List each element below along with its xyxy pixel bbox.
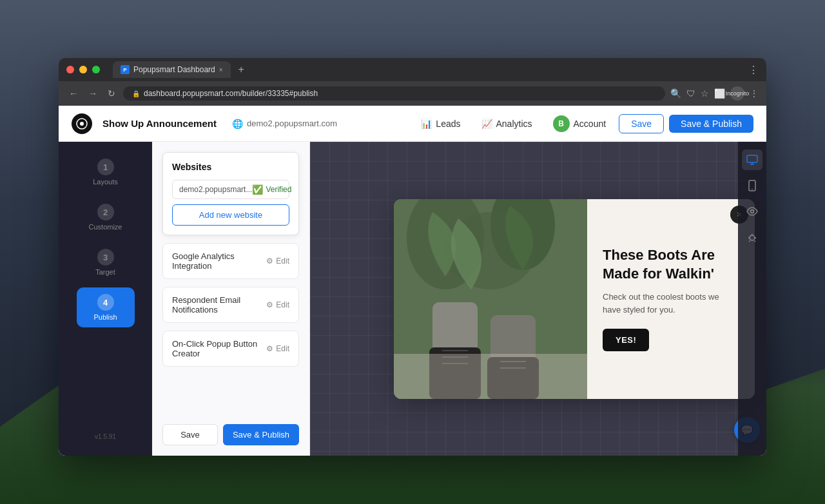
integration-label-onclick: On-Click Popup Button Creator xyxy=(172,339,266,358)
onclick-edit-button[interactable]: ⚙ Edit xyxy=(266,344,289,353)
website-name: demo2.popupsmart... xyxy=(179,185,252,194)
publish-panel-footer: Save Save & Publish xyxy=(162,419,299,445)
tab-favicon: P xyxy=(121,65,130,74)
sidebar-label-target: Target xyxy=(95,268,115,276)
app-body: 1 Layouts 2 Customize 3 Target 4 Publish… xyxy=(59,142,766,456)
svg-point-22 xyxy=(750,235,755,240)
email-edit-label: Edit xyxy=(276,300,289,309)
browser-window: P Popupsmart Dashboard × + ⋮ ← → ↻ 🔒 das… xyxy=(59,58,766,456)
svg-point-1 xyxy=(80,122,84,126)
analytics-nav-item[interactable]: 📈 Analytics xyxy=(474,115,540,133)
debug-button[interactable] xyxy=(742,227,762,247)
publish-panel: Websites demo2.popupsmart... ✅ Verified … xyxy=(152,142,310,456)
incognito-badge: Incognito xyxy=(730,86,744,101)
gear-icon-onclick: ⚙ xyxy=(266,344,273,353)
url-text: dashboard.popupsmart.com/builder/33335#p… xyxy=(144,89,318,98)
eye-icon xyxy=(746,207,758,216)
tab-close-button[interactable]: × xyxy=(219,66,223,73)
desktop-view-button[interactable] xyxy=(742,150,762,170)
save-button[interactable]: Save xyxy=(619,114,664,133)
minimize-dot[interactable] xyxy=(79,66,87,73)
app-header: Show Up Announcement 🌐 demo2.popupsmart.… xyxy=(59,106,766,142)
profile-label: Incognito xyxy=(726,90,750,97)
popup-image-svg xyxy=(394,199,587,399)
header-nav: 📊 Leads 📈 Analytics B Account Save Save … xyxy=(413,111,753,136)
svg-rect-16 xyxy=(747,155,757,162)
browser-menu-icon[interactable]: ⋮ xyxy=(748,64,759,76)
desktop-icon xyxy=(746,155,758,165)
shield-icon[interactable]: 🛡 xyxy=(686,88,695,99)
analytics-edit-label: Edit xyxy=(276,257,289,266)
close-dot[interactable] xyxy=(66,66,74,73)
account-nav-item[interactable]: B Account xyxy=(545,111,614,136)
address-bar[interactable]: 🔒 dashboard.popupsmart.com/builder/33335… xyxy=(123,86,665,101)
email-edit-button[interactable]: ⚙ Edit xyxy=(266,300,289,309)
toolbar-icons: 🔍 🛡 ☆ ⬜ Incognito ⋮ xyxy=(670,86,759,101)
new-tab-button[interactable]: + xyxy=(238,64,244,75)
sidebar-item-publish[interactable]: 4 Publish xyxy=(77,287,135,327)
popup-preview: × xyxy=(394,199,755,399)
gear-icon-analytics: ⚙ xyxy=(266,257,273,266)
mobile-view-button[interactable] xyxy=(742,175,762,196)
globe-icon: 🌐 xyxy=(232,119,243,129)
popup-title: These Boots Are Made for Walkin' xyxy=(603,246,739,283)
leads-nav-item[interactable]: 📊 Leads xyxy=(413,115,468,133)
analytics-label: Analytics xyxy=(496,119,532,129)
browser-menu-button[interactable]: ⋮ xyxy=(750,88,759,99)
tab-title: Popupsmart Dashboard xyxy=(133,65,215,74)
onclick-edit-label: Edit xyxy=(276,344,289,353)
svg-point-21 xyxy=(751,210,754,213)
analytics-icon: 📈 xyxy=(481,119,492,129)
sidebar-item-target[interactable]: 3 Target xyxy=(77,242,135,282)
device-toolbar xyxy=(738,142,766,456)
svg-point-20 xyxy=(752,189,753,190)
verified-badge: ✅ Verified xyxy=(252,184,291,195)
tablet-icon[interactable]: ⬜ xyxy=(714,88,725,99)
reload-button[interactable]: ↻ xyxy=(105,86,118,101)
sidebar-version: v1.5.91 xyxy=(90,428,121,445)
verified-label: Verified xyxy=(266,185,291,194)
search-icon[interactable]: 🔍 xyxy=(670,88,681,99)
sidebar: 1 Layouts 2 Customize 3 Target 4 Publish… xyxy=(59,142,152,456)
account-label: Account xyxy=(574,119,607,129)
sidebar-num-2: 2 xyxy=(97,204,114,220)
sidebar-item-customize[interactable]: 2 Customize xyxy=(77,197,135,237)
browser-tab[interactable]: P Popupsmart Dashboard × xyxy=(113,61,231,78)
popup-cta-button[interactable]: YES! xyxy=(603,329,649,351)
canvas-area: × xyxy=(310,142,766,456)
account-avatar: B xyxy=(553,115,570,132)
browser-titlebar: P Popupsmart Dashboard × + ⋮ xyxy=(59,58,766,81)
add-website-button[interactable]: Add new website xyxy=(172,204,289,226)
integration-label-analytics: Google Analytics Integration xyxy=(172,251,266,271)
maximize-dot[interactable] xyxy=(92,66,100,73)
panel-publish-button[interactable]: Save & Publish xyxy=(223,424,299,445)
popup-image xyxy=(394,199,587,399)
app-container: Show Up Announcement 🌐 demo2.popupsmart.… xyxy=(59,106,766,456)
gear-icon-email: ⚙ xyxy=(266,300,273,309)
app-url-text: demo2.popupsmart.com xyxy=(247,119,337,128)
star-icon[interactable]: ☆ xyxy=(701,88,709,99)
sidebar-item-layouts[interactable]: 1 Layouts xyxy=(77,152,135,192)
analytics-edit-button[interactable]: ⚙ Edit xyxy=(266,257,289,266)
save-publish-button[interactable]: Save & Publish xyxy=(669,115,753,133)
popup-description: Check out the coolest boots we have styl… xyxy=(603,291,739,316)
popup-content: These Boots Are Made for Walkin' Check o… xyxy=(587,199,755,399)
app-title: Show Up Announcement xyxy=(102,118,217,129)
sidebar-label-layouts: Layouts xyxy=(93,178,118,186)
back-button[interactable]: ← xyxy=(66,86,81,101)
websites-title: Websites xyxy=(172,162,289,172)
sidebar-label-customize: Customize xyxy=(89,223,122,231)
mobile-icon xyxy=(748,180,756,191)
app-url-display: 🌐 demo2.popupsmart.com xyxy=(232,119,337,129)
app-logo xyxy=(72,113,92,134)
panel-save-button[interactable]: Save xyxy=(162,424,218,445)
sidebar-num-4: 4 xyxy=(97,294,114,311)
sidebar-label-publish: Publish xyxy=(93,313,117,321)
preview-button[interactable] xyxy=(742,201,762,222)
integration-label-email: Respondent Email Notifications xyxy=(172,295,266,315)
bug-icon xyxy=(747,232,757,242)
integration-item-email: Respondent Email Notifications ⚙ Edit xyxy=(162,287,299,323)
forward-button[interactable]: → xyxy=(86,86,100,101)
browser-toolbar: ← → ↻ 🔒 dashboard.popupsmart.com/builder… xyxy=(59,81,766,106)
sidebar-num-3: 3 xyxy=(97,249,114,266)
